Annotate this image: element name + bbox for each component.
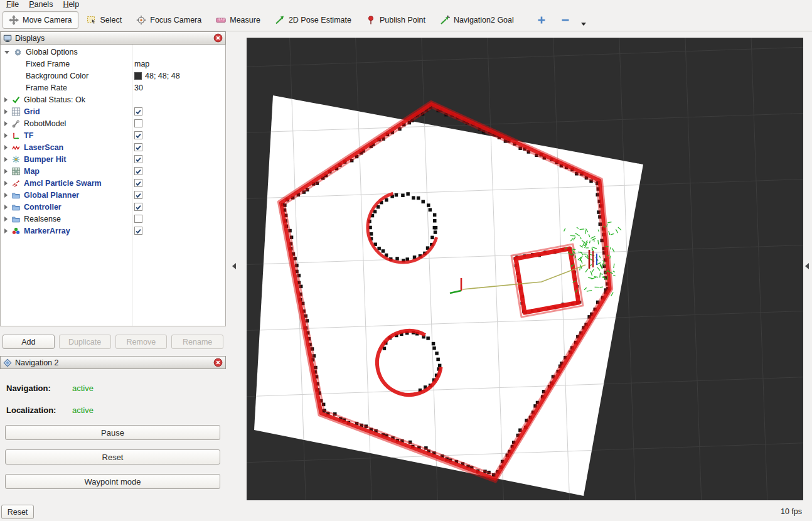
nav-status-label: Navigation: — [6, 384, 51, 393]
tree-row-global-planner[interactable]: Global Planner — [1, 189, 225, 201]
row-label: LaserScan — [24, 143, 63, 152]
reset-button[interactable]: Reset — [5, 449, 220, 465]
checkbox-map[interactable] — [134, 167, 142, 175]
row-label: Global Planner — [24, 191, 79, 200]
pause-button[interactable]: Pause — [5, 425, 220, 440]
toolbar-overflow-icon[interactable] — [581, 23, 586, 26]
tree-row-bumper-hit[interactable]: Bumper Hit — [1, 153, 225, 165]
tool-navigation2-goal[interactable]: Navigation2 Goal — [434, 11, 520, 29]
tree-row-fixed-frame[interactable]: Fixed Framemap — [1, 58, 225, 70]
displays-close-button[interactable] — [213, 33, 223, 43]
tool-publish-point[interactable]: Publish Point — [360, 11, 432, 29]
checkbox-amcl-particle-swarm[interactable] — [134, 179, 142, 187]
row-label: RobotModel — [24, 119, 66, 128]
nav2-close-button[interactable] — [213, 358, 223, 367]
tool-move-camera[interactable]: Move Camera — [3, 11, 78, 29]
tree-row-robotmodel[interactable]: RobotModel — [1, 117, 225, 129]
robot-icon — [11, 119, 21, 128]
expander-icon[interactable] — [4, 51, 9, 54]
row-value — [134, 129, 142, 141]
tree-row-amcl-particle-swarm[interactable]: Amcl Particle Swarm — [1, 177, 225, 189]
displays-panel-titlebar[interactable]: Displays — [0, 31, 226, 45]
tree-row-tf[interactable]: TF — [1, 129, 225, 141]
duplicate-button: Duplicate — [59, 335, 111, 349]
tool-focus-camera[interactable]: Focus Camera — [130, 11, 208, 29]
tool-add-tool-icon[interactable] — [533, 11, 550, 29]
occupancy-map — [254, 95, 643, 496]
expander-icon[interactable] — [4, 205, 8, 210]
checkbox-controller[interactable] — [134, 203, 142, 211]
displays-icon — [3, 34, 12, 43]
tree-row-realsense[interactable]: Realsense — [1, 213, 225, 225]
tree-row-markerarray[interactable]: MarkerArray — [1, 225, 225, 237]
tree-row-background-color[interactable]: Background Color48; 48; 48 — [1, 70, 225, 82]
row-value — [134, 201, 142, 213]
tree-row-map[interactable]: Map — [1, 165, 225, 177]
tree-row-laserscan[interactable]: LaserScan — [1, 141, 225, 153]
expander-icon[interactable] — [4, 97, 8, 102]
row-value: 30 — [134, 82, 143, 94]
row-label: Realsense — [24, 215, 61, 223]
nav-status-value: active — [72, 384, 93, 393]
expander-icon[interactable] — [4, 217, 8, 222]
remove-button: Remove — [115, 335, 168, 349]
menu-item-panels[interactable]: Panels — [24, 0, 58, 9]
expander-icon[interactable] — [4, 157, 8, 162]
expander-icon[interactable] — [4, 228, 8, 234]
displays-panel: Displays Global OptionsFixed FramemapBac… — [0, 31, 226, 356]
nav-status-label: Localization: — [6, 406, 56, 415]
property-value[interactable]: 48; 48; 48 — [145, 72, 180, 80]
checkbox-bumper-hit[interactable] — [134, 155, 142, 163]
tool-remove-tool-icon[interactable] — [557, 11, 574, 29]
checkbox-global-planner[interactable] — [134, 191, 142, 199]
tree-row-global-options[interactable]: Global Options — [1, 46, 225, 58]
tree-row-frame-rate[interactable]: Frame Rate30 — [1, 82, 225, 94]
3d-viewport[interactable] — [247, 38, 803, 500]
checkbox-tf[interactable] — [134, 131, 142, 139]
checkbox-realsense[interactable] — [134, 215, 142, 223]
checkbox-robotmodel[interactable] — [134, 119, 142, 127]
tree-row-grid[interactable]: Grid — [1, 105, 225, 117]
row-value — [134, 213, 142, 225]
expander-icon[interactable] — [4, 169, 8, 174]
expander-icon[interactable] — [4, 193, 8, 198]
tool-select[interactable]: Select — [80, 11, 129, 29]
expander-icon[interactable] — [4, 133, 8, 138]
splitter-collapse-right-icon[interactable] — [805, 263, 809, 269]
nav2-panel-titlebar[interactable]: Navigation 2 — [0, 356, 226, 369]
row-label: Grid — [24, 107, 40, 116]
tool-label: Publish Point — [380, 16, 425, 24]
gear-icon — [13, 48, 23, 56]
row-value: map — [134, 58, 149, 70]
tree-row-controller[interactable]: Controller — [1, 201, 225, 213]
menu-item-file[interactable]: File — [1, 0, 24, 9]
status-ok-icon — [11, 95, 21, 104]
checkbox-markerarray[interactable] — [134, 227, 142, 235]
row-label: Global Status: Ok — [24, 95, 85, 104]
status-bar: Reset 10 fps — [0, 502, 812, 521]
waypoint-mode-button[interactable]: Waypoint mode — [5, 474, 220, 489]
viewport-canvas[interactable] — [247, 38, 803, 500]
markers-icon — [11, 227, 21, 235]
add-button[interactable]: Add — [3, 335, 55, 349]
expander-icon[interactable] — [4, 109, 8, 114]
menu-item-help[interactable]: Help — [58, 0, 84, 9]
tool-2d-pose-estimate[interactable]: 2D Pose Estimate — [269, 11, 358, 29]
row-label: Global Options — [26, 48, 78, 56]
expander-icon[interactable] — [4, 145, 8, 150]
row-label: Background Color — [26, 72, 88, 80]
expander-icon[interactable] — [4, 121, 8, 126]
expander-icon[interactable] — [4, 181, 8, 186]
property-value[interactable]: map — [134, 60, 149, 68]
splitter-collapse-left-icon[interactable] — [232, 263, 236, 269]
tree-row-global-status-ok[interactable]: Global Status: Ok — [1, 94, 225, 105]
checkbox-grid[interactable] — [134, 107, 142, 115]
property-value[interactable]: 30 — [134, 83, 143, 92]
row-value — [134, 141, 142, 153]
move-camera-icon — [9, 15, 19, 25]
tool-measure[interactable]: Measure — [210, 11, 267, 29]
checkbox-laserscan[interactable] — [134, 143, 142, 151]
tool-label: 2D Pose Estimate — [289, 16, 351, 24]
reset-button[interactable]: Reset — [1, 505, 34, 519]
pose-estimate-icon — [275, 15, 285, 25]
